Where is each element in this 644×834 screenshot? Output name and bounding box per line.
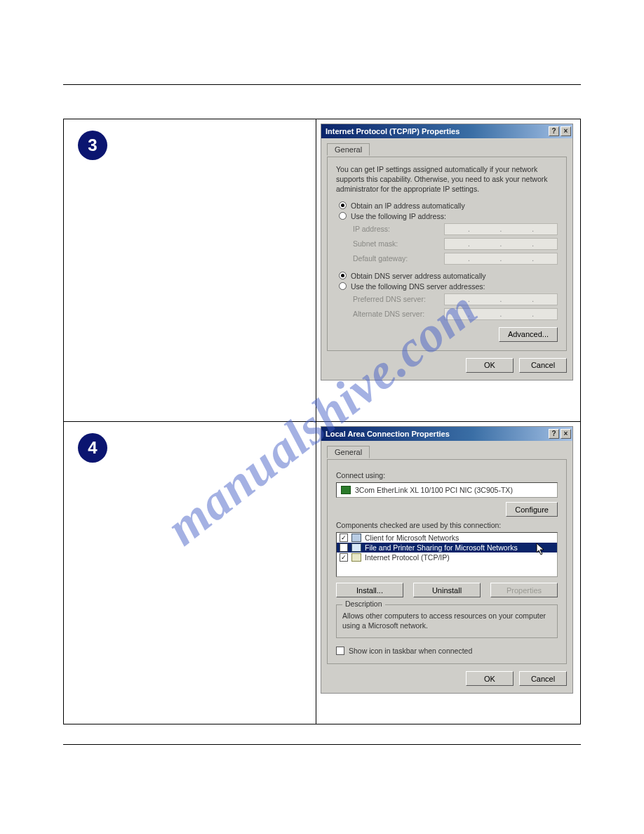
service-icon (351, 534, 361, 542)
checkbox-icon[interactable] (336, 647, 344, 655)
show-icon-checkbox[interactable]: Show icon in taskbar when connected (336, 647, 558, 655)
rule-top (63, 84, 581, 85)
close-button[interactable]: × (561, 126, 571, 136)
dialog-buttons: OK Cancel (327, 358, 567, 373)
window-title: Local Area Connection Properties (326, 430, 450, 438)
step-cell-left: 3 (64, 119, 316, 421)
adapter-box: 3Com EtherLink XL 10/100 PCI NIC (3C905-… (336, 482, 558, 498)
ok-button[interactable]: OK (466, 358, 514, 373)
radio-label: Use the following IP address: (351, 212, 446, 220)
radio-label: Use the following DNS server addresses: (351, 282, 485, 291)
field-label: Subnet mask: (353, 239, 444, 248)
step-row-4: 4 Local Area Connection Properties ? × G… (64, 421, 580, 724)
tab-panel-general: You can get IP settings assigned automat… (327, 157, 567, 351)
label-components: Components checked are used by this conn… (336, 521, 558, 529)
step-cell-left: 4 (64, 422, 316, 724)
field-alternate-dns: Alternate DNS server: ... (353, 308, 558, 320)
tab-strip: General (327, 445, 567, 459)
service-icon (351, 553, 361, 562)
list-item-label: File and Printer Sharing for Microsoft N… (365, 543, 518, 552)
radio-obtain-ip[interactable]: Obtain an IP address automatically (339, 201, 558, 210)
list-item-label: Internet Protocol (TCP/IP) (365, 553, 450, 562)
field-label: Default gateway: (353, 254, 444, 263)
adapter-name: 3Com EtherLink XL 10/100 PCI NIC (3C905-… (355, 486, 513, 494)
checkbox-icon[interactable] (340, 553, 348, 562)
radio-use-ip[interactable]: Use the following IP address: (339, 212, 558, 220)
nic-icon (341, 486, 351, 494)
radio-obtain-dns[interactable]: Obtain DNS server address automatically (339, 272, 558, 280)
titlebar-controls: ? × (549, 126, 571, 136)
list-item[interactable]: File and Printer Sharing for Microsoft N… (337, 543, 557, 552)
ip-input[interactable]: ... (444, 223, 558, 235)
checkbox-label: Show icon in taskbar when connected (349, 647, 472, 655)
groupbox-title: Description (342, 600, 385, 608)
window-title: Internet Protocol (TCP/IP) Properties (326, 127, 459, 135)
titlebar-controls: ? × (549, 429, 571, 439)
titlebar[interactable]: Internet Protocol (TCP/IP) Properties ? … (321, 124, 572, 138)
cancel-button[interactable]: Cancel (519, 358, 567, 373)
step-cell-right: Local Area Connection Properties ? × Gen… (316, 422, 580, 724)
step-badge: 3 (78, 131, 107, 160)
field-subnet-mask: Subnet mask: ... (353, 238, 558, 250)
field-default-gateway: Default gateway: ... (353, 253, 558, 265)
radio-use-dns[interactable]: Use the following DNS server addresses: (339, 282, 558, 291)
step-row-3: 3 Internet Protocol (TCP/IP) Properties … (64, 119, 580, 421)
radio-icon (339, 272, 347, 279)
radio-icon (339, 201, 347, 209)
page-content: 3 Internet Protocol (TCP/IP) Properties … (63, 84, 581, 745)
components-listbox[interactable]: Client for Microsoft Networks File and P… (336, 532, 558, 577)
ip-input[interactable]: ... (444, 308, 558, 320)
dialog-body: General You can get IP settings assigned… (321, 138, 572, 380)
titlebar[interactable]: Local Area Connection Properties ? × (321, 427, 572, 441)
step-badge: 4 (78, 433, 107, 463)
label-connect-using: Connect using: (336, 471, 558, 479)
cancel-button[interactable]: Cancel (519, 671, 567, 686)
close-button[interactable]: × (561, 429, 571, 439)
properties-button[interactable]: Properties (490, 583, 558, 597)
step-cell-right: Internet Protocol (TCP/IP) Properties ? … (316, 119, 580, 421)
lan-properties-dialog: Local Area Connection Properties ? × Gen… (321, 426, 573, 694)
dialog-body: General Connect using: 3Com EtherLink XL… (321, 441, 572, 693)
help-button[interactable]: ? (549, 126, 559, 136)
component-buttons: Install... Uninstall Properties (336, 583, 558, 597)
ip-fields: IP address: ... Subnet mask: ... Default… (353, 223, 558, 265)
radio-icon (339, 212, 347, 220)
checkbox-icon[interactable] (340, 543, 348, 552)
description-groupbox: Description Allows other computers to ac… (336, 604, 558, 638)
configure-row: Configure (336, 502, 558, 517)
list-item[interactable]: Client for Microsoft Networks (337, 533, 557, 543)
tcpip-properties-dialog: Internet Protocol (TCP/IP) Properties ? … (321, 124, 573, 380)
help-button[interactable]: ? (549, 429, 559, 439)
configure-button[interactable]: Configure (506, 502, 558, 517)
steps-grid: 3 Internet Protocol (TCP/IP) Properties … (63, 119, 581, 724)
tab-general[interactable]: General (327, 446, 370, 458)
service-icon (351, 543, 361, 552)
advanced-button[interactable]: Advanced... (499, 327, 558, 342)
field-preferred-dns: Preferred DNS server: ... (353, 293, 558, 305)
radio-label: Obtain DNS server address automatically (351, 272, 486, 280)
info-text: You can get IP settings assigned automat… (336, 164, 558, 194)
ip-input[interactable]: ... (444, 238, 558, 250)
radio-icon (339, 282, 347, 290)
ip-input[interactable]: ... (444, 253, 558, 265)
list-item-label: Client for Microsoft Networks (365, 534, 459, 542)
tab-panel-general: Connect using: 3Com EtherLink XL 10/100 … (327, 459, 567, 664)
radio-label: Obtain an IP address automatically (351, 201, 465, 210)
install-button[interactable]: Install... (336, 583, 403, 597)
field-label: Alternate DNS server: (353, 310, 444, 318)
ok-button[interactable]: OK (466, 671, 514, 686)
field-label: IP address: (353, 225, 444, 233)
tab-general[interactable]: General (327, 143, 370, 156)
advanced-row: Advanced... (336, 327, 558, 342)
description-text: Allows other computers to access resourc… (342, 611, 551, 630)
list-item[interactable]: Internet Protocol (TCP/IP) (337, 552, 557, 562)
rule-bottom (63, 744, 581, 745)
uninstall-button[interactable]: Uninstall (413, 583, 481, 597)
tab-strip: General (327, 143, 567, 157)
dialog-buttons: OK Cancel (327, 671, 567, 686)
checkbox-icon[interactable] (340, 534, 348, 542)
field-ip-address: IP address: ... (353, 223, 558, 235)
dns-fields: Preferred DNS server: ... Alternate DNS … (353, 293, 558, 320)
field-label: Preferred DNS server: (353, 295, 444, 303)
ip-input[interactable]: ... (444, 293, 558, 305)
